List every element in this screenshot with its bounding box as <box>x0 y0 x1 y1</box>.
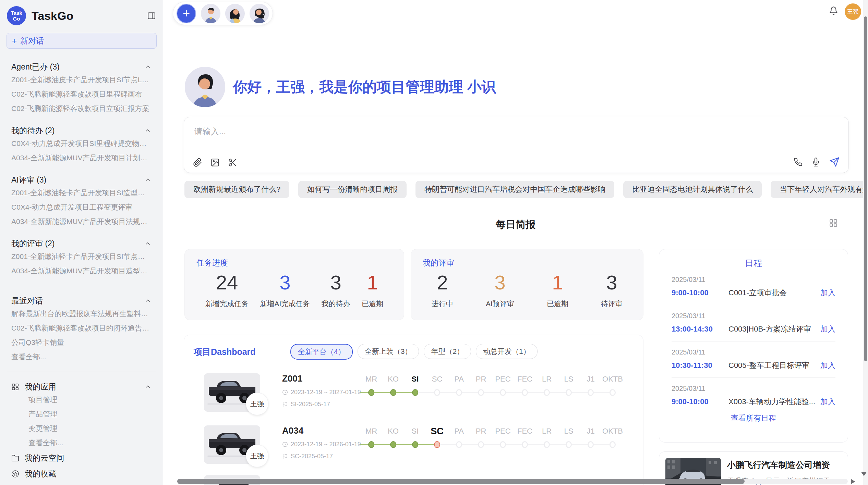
agent-avatar-1[interactable] <box>201 4 220 23</box>
sidebar-item-label: 我的云空间 <box>25 450 64 466</box>
view-all-schedule-link[interactable]: 查看所有日程 <box>672 413 835 423</box>
suggestion-chip[interactable]: 欧洲新规最近颁布了什么? <box>184 181 289 198</box>
sidebar-recent-chat-item[interactable]: 解释最新出台的欧盟报废车法规再生塑料比例被调至15%... <box>11 307 156 321</box>
layout-grid-icon[interactable] <box>829 219 838 227</box>
suggestion-chip[interactable]: 如何写一份清晰的项目周报 <box>298 181 407 198</box>
scroll-down-arrow-icon[interactable] <box>861 472 867 476</box>
scissors-icon[interactable] <box>228 158 237 167</box>
sidebar-app-item[interactable]: 产品管理 <box>11 407 156 421</box>
sidebar-recent-chat-item[interactable]: 查看全部... <box>11 350 156 364</box>
milestone-dot[interactable] <box>500 441 506 448</box>
stat-label: 新增AI完成任务 <box>260 299 310 309</box>
sidebar-task-item[interactable]: A034-全新新能源MUV产品开发项目计划变更表编写 <box>11 151 156 165</box>
sidebar-group-title[interactable]: 我的待办 (2) <box>11 125 156 136</box>
project-code[interactable]: Z001 <box>282 373 360 384</box>
project-row: 王强A0342023-12-19 ~ 2026-01-19SC-2025-05-… <box>194 425 634 464</box>
milestone-dot[interactable] <box>478 441 484 448</box>
milestone-dot[interactable] <box>368 441 374 448</box>
stat-value: 24 <box>205 272 249 294</box>
schedule-join-link[interactable]: 加入 <box>820 360 835 371</box>
notification-bell-icon[interactable] <box>829 6 838 15</box>
sidebar-group-title[interactable]: 我的评审 (2) <box>11 238 156 249</box>
sidebar-app-item[interactable]: 项目管理 <box>11 393 156 407</box>
milestone-dot[interactable] <box>434 441 440 448</box>
sidebar-task-item[interactable]: Z001-全新燃油皮卡产品开发项目SI节点Lesson Learn报告 <box>11 73 156 87</box>
milestone-dot[interactable] <box>588 389 594 396</box>
milestone-dot[interactable] <box>456 389 462 396</box>
suggestion-chip[interactable]: 比亚迪全固态电池计划具体说了什么 <box>623 181 762 198</box>
phone-call-icon[interactable] <box>794 158 803 166</box>
project-date-range: 2023-12-19 ~ 2026-01-19 <box>282 441 360 448</box>
sidebar-task-item[interactable]: A034-全新新能源MUV产品开发项目法规符合性评审 <box>11 214 156 229</box>
sidebar-task-item[interactable]: C0X4-动力总成开发项目工程变更评审 <box>11 200 156 214</box>
milestone-dot[interactable] <box>478 389 484 396</box>
milestone-dot[interactable] <box>522 389 528 396</box>
sidebar-app-item[interactable]: 查看全部... <box>11 436 156 450</box>
send-icon[interactable] <box>829 157 840 167</box>
dashboard-header: 项目Dashboard 全新平台（4）全新上装（3）年型（2）动总开发（1） <box>194 344 634 360</box>
schedule-join-link[interactable]: 加入 <box>820 397 835 407</box>
sidebar-item-my-apps[interactable]: 我的应用 <box>11 381 156 393</box>
dashboard-filter-tab[interactable]: 动总开发（1） <box>476 344 538 359</box>
vertical-scrollbar-thumb[interactable] <box>864 16 867 361</box>
milestone-dot[interactable] <box>412 441 418 448</box>
stat-card: 任务进度24新增完成任务3新增AI完成任务3我的待办1已逾期 <box>184 249 404 320</box>
sidebar-collapse-icon[interactable] <box>147 11 156 20</box>
agent-avatar-2[interactable] <box>225 4 245 23</box>
sidebar-app-item[interactable]: 变更管理 <box>11 421 156 436</box>
dashboard-filter-tab[interactable]: 全新平台（4） <box>290 344 353 360</box>
project-flag-text: SC-2025-05-17 <box>291 453 333 460</box>
image-upload-icon[interactable] <box>210 158 220 167</box>
sidebar-group-title[interactable]: 最近对话 <box>11 295 156 307</box>
composer[interactable]: 请输入... <box>184 117 849 173</box>
user-avatar[interactable]: 王强 <box>845 3 861 20</box>
milestone-dot[interactable] <box>566 441 572 448</box>
milestone-dot[interactable] <box>544 441 550 448</box>
project-code[interactable]: A034 <box>282 425 360 436</box>
project-flag-milestone: SI-2025-05-17 <box>282 401 360 408</box>
sidebar-item-folder[interactable]: 我的云空间 <box>11 450 156 466</box>
milestone-dot[interactable] <box>610 389 616 396</box>
milestone-dot[interactable] <box>544 389 550 396</box>
milestone-dot[interactable] <box>456 441 462 448</box>
agent-avatar-3[interactable] <box>250 4 269 23</box>
dashboard-filter-tab[interactable]: 年型（2） <box>424 344 471 359</box>
stat-label: 新增完成任务 <box>205 299 249 309</box>
project-date-range-text: 2023-12-19 ~ 2027-01-19 <box>291 389 361 396</box>
sidebar-group-title[interactable]: Agent已办 (3) <box>11 61 156 73</box>
sidebar-recent-chat-item[interactable]: C02-飞腾新能源轻客改款项目的闭环通告反馈情况 <box>11 321 156 335</box>
scroll-right-arrow-icon[interactable] <box>851 479 855 484</box>
sidebar-recent-chat-item[interactable]: 公司Q3轻卡销量 <box>11 335 156 350</box>
milestone-dot[interactable] <box>390 389 396 396</box>
milestone-dot[interactable] <box>390 441 396 448</box>
suggestion-chip[interactable]: 特朗普可能对进口汽车增税会对中国车企造成哪些影响 <box>415 181 614 198</box>
new-chat-button[interactable]: + 新对话 <box>7 33 157 49</box>
milestone-dot[interactable] <box>500 389 506 396</box>
milestone-dot[interactable] <box>566 389 572 396</box>
milestone-dot[interactable] <box>412 389 418 396</box>
microphone-icon[interactable] <box>811 158 820 166</box>
schedule-join-link[interactable]: 加入 <box>820 288 835 298</box>
schedule-join-link[interactable]: 加入 <box>820 324 835 334</box>
attachment-icon[interactable] <box>193 158 202 167</box>
sidebar-group-title[interactable]: AI评审 (3) <box>11 174 156 186</box>
sidebar-task-item[interactable]: Z001-全新燃油轻卡产品开发项目SI造型提交物评审 <box>11 186 156 200</box>
horizontal-scrollbar-thumb[interactable] <box>177 479 745 484</box>
dashboard-filter-tab[interactable]: 全新上装（3） <box>358 344 419 359</box>
milestone-cell: MR <box>360 426 382 455</box>
milestone-dot[interactable] <box>522 441 528 448</box>
add-agent-button[interactable]: + <box>177 4 196 23</box>
sidebar-task-item[interactable]: A034-全新新能源MUV产品开发项目造型可行性评审 <box>11 264 156 278</box>
milestone-dot[interactable] <box>610 441 616 448</box>
horizontal-scrollbar-track[interactable] <box>177 479 848 484</box>
sidebar-task-item[interactable]: C0X4-动力总成开发项目SI里程碑提交物检查 <box>11 136 156 151</box>
sidebar-task-item[interactable]: C02-飞腾新能源轻客改款项目里程碑画布 <box>11 87 156 101</box>
milestone-dot[interactable] <box>368 389 374 396</box>
suggestion-chip[interactable]: 当下年轻人对汽车外观有怎样的喜好趋势 <box>771 181 868 198</box>
sidebar-task-item[interactable]: C02-飞腾新能源轻客改款项目立项汇报方案 <box>11 101 156 116</box>
milestone-dot[interactable] <box>588 441 594 448</box>
sidebar-item-star[interactable]: 我的收藏 <box>11 466 156 482</box>
sidebar-divider <box>7 286 156 286</box>
milestone-dot[interactable] <box>434 389 440 396</box>
sidebar-task-item[interactable]: Z001-全新燃油轻卡产品开发项目SI节点属性5D文件评审 <box>11 249 156 264</box>
